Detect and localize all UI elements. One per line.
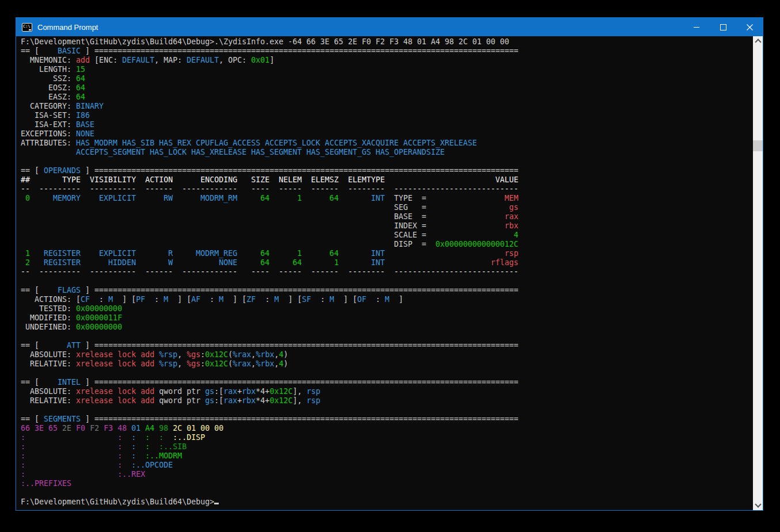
terminal-text-segment: ) — [283, 359, 288, 368]
terminal-text-segment: xrelease lock add — [76, 359, 159, 368]
terminal-text-segment: ] — [81, 286, 94, 294]
maximize-button[interactable] — [710, 18, 736, 36]
terminal-text-segment: : — [117, 442, 122, 451]
terminal-text-segment — [150, 442, 159, 451]
scroll-up-button[interactable] — [753, 36, 763, 46]
terminal-text-segment — [21, 212, 394, 221]
terminal-text-segment: : — [256, 295, 274, 304]
terminal-text-segment: %rsp — [159, 350, 177, 359]
terminal-line: EXCEPTIONS: NONE — [21, 129, 753, 139]
terminal-line: 66 3E 65 2E F0 F2 F3 48 01 A4 98 2C 01 0… — [21, 424, 753, 433]
terminal-text-segment: ATT — [44, 341, 81, 350]
terminal-text-segment — [127, 424, 131, 433]
terminal-text-segment — [25, 442, 117, 451]
terminal-text-segment: : — [90, 295, 108, 304]
terminal-text-segment: :..DISP — [173, 433, 205, 442]
scroll-down-button[interactable] — [753, 500, 763, 510]
terminal-text-segment: rbx — [242, 396, 256, 405]
terminal-text-segment: BASE — [76, 120, 94, 129]
terminal-text-segment — [385, 258, 490, 267]
terminal-line — [21, 332, 753, 341]
terminal-cursor — [214, 503, 219, 504]
terminal-text-segment: gs — [205, 396, 214, 405]
terminal-area: F:\Development\GitHub\zydis\Build64\Debu… — [16, 36, 763, 510]
terminal-line: :..PREFIXES — [21, 479, 753, 488]
terminal-text-segment: BASIC — [44, 47, 81, 55]
terminal-text-segment: 2C 01 00 00 — [173, 424, 223, 433]
terminal-line: ACTIONS: [CF : M ] [PF : M ] [AF : M ] [… — [21, 295, 753, 304]
terminal-text-segment — [385, 249, 504, 258]
terminal-text-segment: 4 — [514, 231, 519, 239]
terminal-line: ## TYPE VISIBILITY ACTION ENCODING SIZE … — [21, 175, 753, 185]
terminal-text-segment: rflags — [491, 258, 519, 267]
terminal-text-segment: I86 — [76, 111, 90, 120]
terminal-text-segment: MEMORY EXPLICIT RW MODRM_RM — [30, 194, 237, 202]
terminal-line: : : : :..MODRM — [21, 451, 753, 461]
terminal-text-segment: xrelease lock add — [76, 350, 159, 359]
terminal-text-segment: OPERANDS — [44, 166, 81, 175]
terminal-text-segment — [385, 175, 495, 184]
terminal-text-segment: %gs — [187, 350, 200, 359]
terminal-text-segment: MEM — [505, 194, 519, 202]
terminal-text-segment: xrelease lock add — [76, 387, 159, 396]
terminal-text-segment: : — [117, 451, 122, 460]
terminal-text-segment: :..PREFIXES — [21, 479, 71, 488]
terminal-text-segment: 0x12C — [205, 350, 228, 359]
terminal-text-segment: ], — [292, 396, 306, 405]
terminal-text-segment: : — [131, 451, 136, 460]
close-button[interactable] — [736, 18, 763, 36]
terminal-text-segment: ABSOLUTE: — [21, 350, 76, 359]
title-bar[interactable]: C:\ Command Prompt — [16, 18, 763, 36]
terminal-text-segment: INDEX = — [394, 221, 426, 230]
terminal-text-segment — [427, 194, 505, 202]
terminal-text-segment: ========================================… — [94, 415, 519, 423]
terminal-text-segment: ] — [81, 341, 94, 350]
terminal-text-segment: ========================================… — [94, 47, 519, 55]
terminal-line: F:\Development\GitHub\zydis\Build64\Debu… — [21, 37, 753, 47]
terminal-text-segment: ] [ — [334, 295, 357, 304]
terminal-text-segment: TYPE = — [385, 194, 426, 202]
scrollbar-thumb[interactable] — [753, 140, 763, 151]
terminal-text-segment — [21, 148, 76, 156]
terminal-text-segment: : — [21, 461, 25, 469]
terminal-text-segment: 64 — [76, 93, 85, 101]
terminal-text-segment: F2 — [90, 424, 99, 433]
minimize-button[interactable] — [683, 18, 710, 36]
terminal-text-segment: 0x000000000000012C — [436, 240, 519, 248]
scrollbar[interactable] — [753, 36, 763, 510]
terminal-text-segment — [71, 424, 76, 433]
terminal-text-segment — [136, 433, 145, 442]
terminal-text-segment: add — [76, 56, 90, 64]
terminal-text-segment: ========================================… — [94, 286, 519, 294]
terminal-text-segment: : — [311, 295, 329, 304]
terminal-text-segment: 2 — [21, 258, 30, 267]
terminal-text-segment: F3 48 — [104, 424, 127, 433]
terminal-text-segment: rax — [223, 387, 237, 396]
terminal-text-segment: RELATIVE: — [21, 396, 76, 405]
terminal-output[interactable]: F:\Development\GitHub\zydis\Build64\Debu… — [16, 36, 753, 510]
terminal-text-segment: DEFAULT — [122, 56, 154, 64]
terminal-text-segment — [426, 221, 504, 230]
terminal-text-segment: ] [ — [279, 295, 302, 304]
terminal-text-segment — [21, 231, 394, 239]
terminal-text-segment — [426, 212, 504, 221]
terminal-text-segment — [25, 461, 117, 469]
terminal-text-segment: == [ — [21, 286, 44, 294]
terminal-text-segment: : — [200, 295, 219, 304]
terminal-text-segment: ] [ — [168, 295, 191, 304]
terminal-text-segment: == [ — [21, 166, 44, 175]
terminal-text-segment: ATTRIBUTES: — [21, 139, 76, 147]
terminal-text-segment: : — [117, 433, 122, 442]
terminal-text-segment: OF — [357, 295, 367, 304]
terminal-text-segment: :[ — [214, 396, 223, 405]
terminal-line: F:\Development\GitHub\zydis\Build64\Debu… — [21, 497, 753, 507]
terminal-text-segment: [ENC: — [90, 56, 122, 64]
terminal-line: RELATIVE: xrelease lock add qword ptr gs… — [21, 396, 753, 405]
cmd-icon-corner — [29, 29, 31, 30]
terminal-text-segment: ] — [390, 295, 404, 304]
terminal-text-segment: :..OPCODE — [131, 461, 173, 469]
desktop-background: { "window": { "title": "Command Prompt",… — [0, 0, 780, 532]
terminal-line: : : :..OPCODE — [21, 461, 753, 470]
terminal-text-segment: : — [131, 442, 136, 451]
terminal-text-segment — [163, 433, 173, 442]
